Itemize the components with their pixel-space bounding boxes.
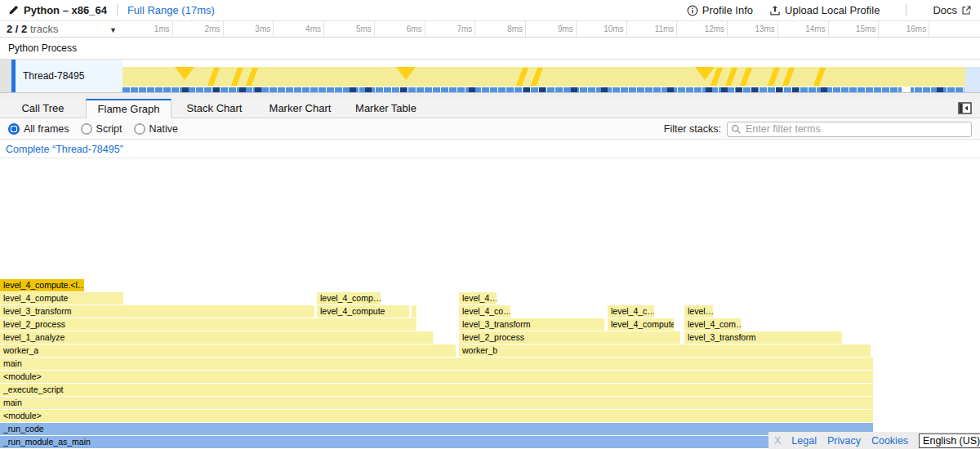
flame-block[interactable]: level_3_transform <box>0 305 314 318</box>
ruler-tick: 6ms <box>375 21 425 37</box>
footer-legal-link[interactable]: Legal <box>791 435 817 447</box>
track-marker-slash-icon <box>813 68 826 86</box>
header-divider-2 <box>906 4 906 16</box>
ruler-tick: 3ms <box>224 21 274 37</box>
radio-native[interactable]: Native <box>134 123 178 135</box>
timeline-ruler: 2 / 2 tracks ▼ 1ms2ms3ms4ms5ms6ms7ms8ms9… <box>0 21 980 38</box>
flame-block[interactable]: level_4_compute <box>317 305 409 318</box>
flame-block[interactable]: level_4_co… <box>459 305 510 318</box>
ruler-tick: 2ms <box>173 21 224 37</box>
docs-label: Docs <box>933 4 957 16</box>
flame-block[interactable]: level_4_comp… <box>317 292 381 305</box>
breadcrumb-row: Complete “Thread-78495” <box>0 140 980 158</box>
flame-block[interactable]: level_4_compute.<l… <box>0 279 84 291</box>
header-divider <box>117 4 118 16</box>
filter-stacks-input[interactable] <box>727 122 972 137</box>
upload-icon <box>769 5 781 16</box>
ruler-tick: 16ms <box>879 21 929 37</box>
thread-track-header[interactable]: Thread-78495 <box>16 60 122 92</box>
footer-dismiss-button[interactable]: X <box>774 435 781 447</box>
legal-footer: X Legal Privacy Cookies English (US) <box>768 432 980 449</box>
process-track-label: Python Process <box>0 38 980 59</box>
tab-marker-table[interactable]: Marker Table <box>343 99 429 118</box>
flame-block[interactable]: level… <box>684 305 713 318</box>
track-marker-slash-icon <box>516 68 528 86</box>
thread-activity-graph[interactable] <box>122 67 965 87</box>
flame-block[interactable]: main <box>0 397 873 409</box>
radio-unselected-icon <box>134 123 145 135</box>
flame-block[interactable]: <module> <box>0 410 873 422</box>
ruler-tick: 8ms <box>475 21 526 37</box>
track-marker-slash-icon <box>782 68 795 86</box>
flame-block[interactable]: main <box>0 358 873 370</box>
tracks-bottom-divider <box>0 92 980 99</box>
ruler-tick: 4ms <box>274 21 324 37</box>
flame-block[interactable]: <module> <box>0 371 873 383</box>
tab-stack-chart[interactable]: Stack Chart <box>172 99 257 118</box>
radio-native-label: Native <box>149 123 178 135</box>
flame-block[interactable]: level_4_com… <box>684 318 741 331</box>
search-icon <box>731 124 742 137</box>
edit-pencil-icon[interactable] <box>8 5 19 16</box>
radio-unselected-icon <box>81 123 92 135</box>
flame-block[interactable]: level_3_transform <box>459 318 604 331</box>
flame-block[interactable]: _run_module_as_main <box>0 436 873 448</box>
ruler-tick: 14ms <box>778 21 829 37</box>
track-marker-triangle-icon <box>175 67 194 80</box>
track-marker-slash-icon <box>725 68 737 86</box>
track-marker-slash-icon <box>531 68 543 86</box>
sidebar-toggle-icon[interactable] <box>958 102 972 118</box>
track-thread[interactable]: Thread-78495 <box>0 60 980 92</box>
breadcrumb[interactable]: Complete “Thread-78495” <box>0 140 123 155</box>
track-marker-slash-icon <box>231 68 243 86</box>
flame-block[interactable] <box>412 305 416 318</box>
language-select[interactable]: English (US) <box>919 433 980 448</box>
tab-call-tree[interactable]: Call Tree <box>0 99 86 118</box>
footer-privacy-link[interactable]: Privacy <box>827 435 861 447</box>
flame-block[interactable]: _execute_script <box>0 384 873 396</box>
profile-title: Python – x86_64 <box>24 4 107 16</box>
docs-link[interactable]: Docs <box>933 4 972 16</box>
flame-block[interactable]: worker_b <box>459 345 871 357</box>
radio-all-frames[interactable]: All frames <box>8 123 69 135</box>
flame-block[interactable]: level_4_compute <box>608 318 674 331</box>
track-python-process[interactable]: Python Process <box>0 38 980 60</box>
radio-selected-icon <box>8 123 20 135</box>
upload-profile-button[interactable]: Upload Local Profile <box>769 4 880 16</box>
track-gutter <box>0 60 11 92</box>
flame-block[interactable]: level_2_process <box>0 318 416 331</box>
full-range-link[interactable]: Full Range (17ms) <box>127 4 215 16</box>
ruler-tick: 11ms <box>627 21 678 37</box>
panel-tabbar: Call Tree Flame Graph Stack Chart Marker… <box>0 99 980 118</box>
flame-block[interactable]: level_1_analyze <box>0 331 433 344</box>
ruler-tick: 1ms <box>122 21 173 37</box>
radio-script[interactable]: Script <box>81 123 122 135</box>
tracks-word: tracks <box>30 23 59 35</box>
flame-block[interactable]: level_4_c… <box>608 305 654 318</box>
tracks-dropdown-caret-icon[interactable]: ▼ <box>109 22 117 38</box>
flame-block[interactable]: _run_code <box>0 423 873 435</box>
track-marker-triangle-icon <box>695 67 715 80</box>
flame-block[interactable]: level_2_process <box>459 331 680 344</box>
tracks-count[interactable]: 2 / 2 tracks <box>7 21 59 38</box>
ruler-tick: 7ms <box>425 21 476 37</box>
flame-graph-canvas[interactable]: _run_module_as_main_run_code<module>main… <box>0 159 980 449</box>
thread-track-label: Thread-78495 <box>16 60 122 92</box>
tab-flame-graph[interactable]: Flame Graph <box>86 99 172 118</box>
track-marker-slash-icon <box>246 68 258 86</box>
flame-block[interactable]: level_3_transform <box>684 331 842 344</box>
flame-block[interactable]: level_4… <box>459 292 497 305</box>
flame-block[interactable]: worker_a <box>0 345 456 357</box>
ruler-tick: 9ms <box>526 21 577 37</box>
upload-label: Upload Local Profile <box>785 4 880 16</box>
ruler-tick: 5ms <box>324 21 375 37</box>
footer-cookies-link[interactable]: Cookies <box>871 435 908 447</box>
track-marker-slash-icon <box>768 68 780 86</box>
tab-marker-chart[interactable]: Marker Chart <box>257 99 343 118</box>
profile-info-label: Profile Info <box>702 4 753 16</box>
info-icon <box>687 5 698 16</box>
profile-info-button[interactable]: Profile Info <box>687 4 753 16</box>
flame-graph-settings: All frames Script Native Filter stacks: <box>0 119 980 140</box>
external-link-icon <box>961 5 972 16</box>
flame-block[interactable]: level_4_compute <box>0 292 123 305</box>
